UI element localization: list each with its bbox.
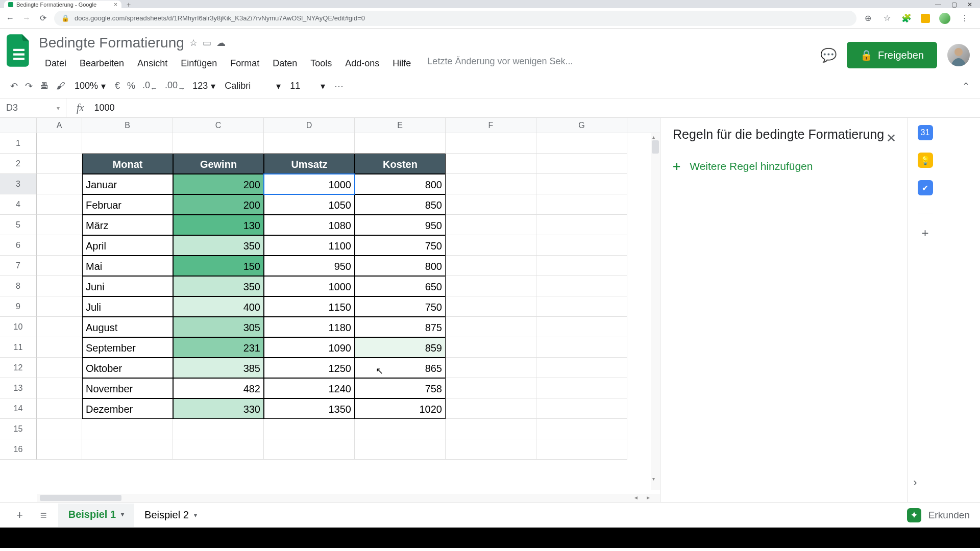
cell-F12[interactable] <box>446 358 536 378</box>
cell-E8[interactable]: 650 <box>355 276 446 296</box>
cell-F4[interactable] <box>446 194 536 215</box>
dec-decimal-button[interactable]: .0← <box>142 80 158 92</box>
cell-E7[interactable]: 800 <box>355 256 446 276</box>
col-header-c[interactable]: C <box>173 118 264 133</box>
cell-G10[interactable] <box>536 317 627 337</box>
cell-F15[interactable] <box>446 419 536 439</box>
cell-E4[interactable]: 850 <box>355 194 446 215</box>
font-size-select[interactable]: 11▾ <box>290 81 325 92</box>
explore-button[interactable]: ✦ Erkunden <box>907 508 970 522</box>
cell-D1[interactable] <box>264 133 355 154</box>
inc-decimal-button[interactable]: .00→ <box>165 80 185 92</box>
profile-avatar[interactable] <box>947 44 970 66</box>
move-icon[interactable]: ▭ <box>203 37 211 48</box>
keep-app-icon[interactable]: 💡 <box>918 153 933 168</box>
cell-E6[interactable]: 750 <box>355 235 446 256</box>
cell-G14[interactable] <box>536 398 627 419</box>
cell-A3[interactable] <box>37 174 82 194</box>
cell-A12[interactable] <box>37 358 82 378</box>
menu-edit[interactable]: Bearbeiten <box>74 56 130 71</box>
cell-C14[interactable]: 330 <box>173 398 264 419</box>
currency-button[interactable]: € <box>115 81 120 91</box>
cell-D5[interactable]: 1080 <box>264 215 355 235</box>
cell-E16[interactable] <box>355 439 446 460</box>
cell-C1[interactable] <box>173 133 264 154</box>
cell-A9[interactable] <box>37 296 82 317</box>
cell-B13[interactable]: November <box>82 378 173 398</box>
row-header[interactable]: 1 <box>0 133 37 154</box>
sheet-tab[interactable]: Beispiel 1▾ <box>58 504 134 527</box>
cell-A11[interactable] <box>37 337 82 358</box>
cell-B4[interactable]: Februar <box>82 194 173 215</box>
cell-B8[interactable]: Juni <box>82 276 173 296</box>
windows-taskbar[interactable] <box>0 528 980 548</box>
undo-icon[interactable]: ↶ <box>10 81 18 92</box>
cell-B2[interactable]: Monat <box>82 154 173 174</box>
cell-C13[interactable]: 482 <box>173 378 264 398</box>
sheet-tab[interactable]: Beispiel 2▾ <box>134 504 207 527</box>
menu-tools[interactable]: Tools <box>304 56 338 71</box>
cell-G6[interactable] <box>536 235 627 256</box>
cell-G12[interactable] <box>536 358 627 378</box>
row-header[interactable]: 6 <box>0 235 37 256</box>
select-all-corner[interactable] <box>0 118 37 133</box>
cell-D13[interactable]: 1240 <box>264 378 355 398</box>
cell-B9[interactable]: Juli <box>82 296 173 317</box>
number-format-select[interactable]: 123▾ <box>192 81 215 92</box>
calendar-app-icon[interactable]: 31 <box>918 125 933 140</box>
cell-A15[interactable] <box>37 419 82 439</box>
cell-A2[interactable] <box>37 154 82 174</box>
new-tab-button[interactable]: + <box>121 1 136 8</box>
cell-B16[interactable] <box>82 439 173 460</box>
close-panel-icon[interactable]: ✕ <box>886 131 896 145</box>
cell-D15[interactable] <box>264 419 355 439</box>
cell-F11[interactable] <box>446 337 536 358</box>
cell-D3[interactable]: 1000 <box>264 174 355 194</box>
horizontal-scrollbar[interactable]: ◂▸ <box>37 494 660 502</box>
cell-G15[interactable] <box>536 419 627 439</box>
sheets-logo[interactable] <box>5 33 33 68</box>
row-header[interactable]: 2 <box>0 154 37 174</box>
cell-E2[interactable]: Kosten <box>355 154 446 174</box>
cell-D16[interactable] <box>264 439 355 460</box>
star-icon[interactable]: ☆ <box>189 37 198 48</box>
cell-C5[interactable]: 130 <box>173 215 264 235</box>
cell-B10[interactable]: August <box>82 317 173 337</box>
cell-F8[interactable] <box>446 276 536 296</box>
vertical-scrollbar[interactable] <box>651 133 660 490</box>
cell-B12[interactable]: Oktober <box>82 358 173 378</box>
cell-B7[interactable]: Mai <box>82 256 173 276</box>
col-header-b[interactable]: B <box>82 118 173 133</box>
row-header[interactable]: 13 <box>0 378 37 398</box>
close-tab-icon[interactable]: × <box>114 1 117 8</box>
cell-F9[interactable] <box>446 296 536 317</box>
minimize-icon[interactable]: — <box>935 1 941 8</box>
formula-input[interactable]: 1000 <box>94 103 114 113</box>
cell-C11[interactable]: 231 <box>173 337 264 358</box>
more-toolbar-icon[interactable]: ⋯ <box>334 81 344 92</box>
cell-C4[interactable]: 200 <box>173 194 264 215</box>
name-box[interactable]: D3 ▾ <box>0 98 66 117</box>
cell-B6[interactable]: April <box>82 235 173 256</box>
share-button[interactable]: 🔒 Freigeben <box>847 42 937 68</box>
row-header[interactable]: 16 <box>0 439 37 460</box>
cell-E5[interactable]: 950 <box>355 215 446 235</box>
cell-G11[interactable] <box>536 337 627 358</box>
row-header[interactable]: 8 <box>0 276 37 296</box>
cell-B3[interactable]: Januar <box>82 174 173 194</box>
cell-C3[interactable]: 200 <box>173 174 264 194</box>
cell-A1[interactable] <box>37 133 82 154</box>
url-field[interactable]: 🔒 docs.google.com/spreadsheets/d/1RMhyrI… <box>54 11 856 26</box>
menu-view[interactable]: Ansicht <box>131 56 174 71</box>
cell-A8[interactable] <box>37 276 82 296</box>
cell-G5[interactable] <box>536 215 627 235</box>
cell-D6[interactable]: 1100 <box>264 235 355 256</box>
print-icon[interactable]: 🖶 <box>40 81 49 91</box>
cell-A5[interactable] <box>37 215 82 235</box>
extensions-icon[interactable]: 🧩 <box>901 13 912 23</box>
cell-D9[interactable]: 1150 <box>264 296 355 317</box>
cell-G8[interactable] <box>536 276 627 296</box>
row-header[interactable]: 14 <box>0 398 37 419</box>
menu-format[interactable]: Format <box>224 56 265 71</box>
add-app-icon[interactable]: + <box>918 226 933 241</box>
